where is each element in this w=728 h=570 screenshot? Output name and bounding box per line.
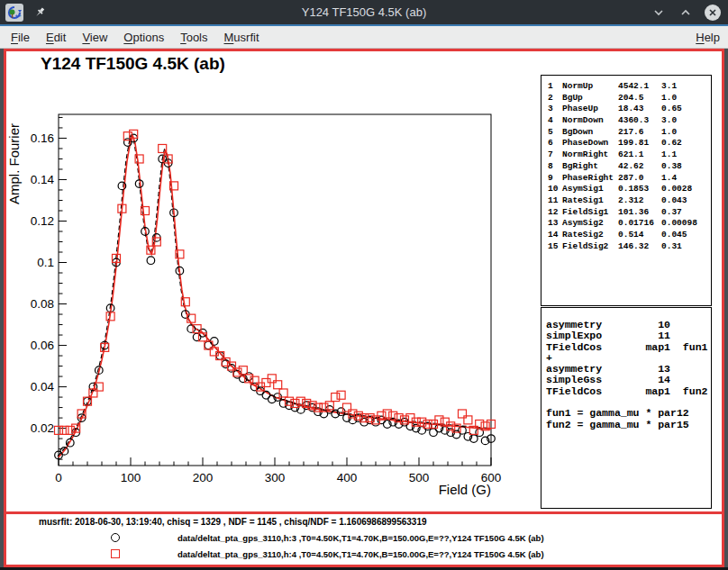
y-axis-title: Ampl. Fourier xyxy=(6,123,22,204)
data-point xyxy=(459,410,467,418)
y-tick-label: 0.16 xyxy=(31,131,54,145)
plot-title: Y124 TF150G 4.5K (ab) xyxy=(41,54,225,73)
legend-pane: musrfit: 2018-06-30, 13:19:40, chisq = 1… xyxy=(4,511,724,567)
x-tick-label: 100 xyxy=(121,471,141,484)
parameter-row: 1NormUp4542.13.1 xyxy=(548,81,711,93)
parameter-row: 2BgUp204.51.0 xyxy=(548,93,711,104)
theory-line: TFieldCos map1 fun2 xyxy=(546,386,711,397)
theory-line: TFieldCos map1 fun1 xyxy=(546,342,711,353)
plot-canvas[interactable]: 0.020.040.060.080.10.120.140.16010020030… xyxy=(4,49,724,511)
series-circle xyxy=(55,134,496,459)
data-point xyxy=(464,416,472,424)
menu-tools[interactable]: Tools xyxy=(172,26,215,49)
parameter-row: 3PhaseUp18.430.65 xyxy=(548,104,711,115)
parameter-row: 12FieldSig1101.360.37 xyxy=(548,207,711,219)
y-tick-label: 0.02 xyxy=(31,421,54,435)
parameter-row: 15FieldSig2146.320.31 xyxy=(548,241,711,253)
close-button[interactable] xyxy=(705,5,721,21)
app-window: ++ Y124 TF150G 4.5K (ab) xyxy=(0,0,728,570)
window-title: Y124 TF150G 4.5K (ab) xyxy=(0,5,728,19)
fit-h3 xyxy=(58,135,490,457)
parameter-row: 13AsymSig20.017160.00098 xyxy=(548,218,711,230)
data-point xyxy=(343,403,351,412)
y-tick-label: 0.08 xyxy=(31,297,54,311)
y-tick-label: 0.12 xyxy=(31,214,54,228)
titlebar[interactable]: ++ Y124 TF150G 4.5K (ab) xyxy=(0,0,728,24)
parameter-row: 14RateSig20.5140.045 xyxy=(548,230,711,241)
parameter-row: 11RateSig12.3120.043 xyxy=(548,195,711,207)
menu-edit[interactable]: Edit xyxy=(38,26,74,49)
canvas-area: 0.020.040.060.080.10.120.140.16010020030… xyxy=(4,49,724,567)
fit-status-line: musrfit: 2018-06-30, 13:19:40, chisq = 1… xyxy=(39,517,427,527)
minimize-button[interactable] xyxy=(651,5,667,21)
x-tick-label: 300 xyxy=(265,471,286,484)
parameter-row: 8BgRight42.620.38 xyxy=(548,161,711,173)
menu-help[interactable]: Help xyxy=(687,26,728,49)
legend-marker-circle xyxy=(111,533,120,542)
theory-line: simplExpo 11 xyxy=(546,330,711,341)
parameter-row: 4NormDown4360.33.0 xyxy=(548,115,711,127)
menu-musrfit[interactable]: Musrfit xyxy=(216,26,268,49)
data-point xyxy=(332,394,340,402)
parameter-row: 10AsymSig10.18530.0028 xyxy=(548,184,711,195)
x-tick-label: 400 xyxy=(337,471,358,484)
maximize-button[interactable] xyxy=(678,5,694,21)
theory-line: simpleGss 14 xyxy=(546,375,711,385)
data-point xyxy=(60,426,68,434)
parameter-row: 6PhaseDown199.810.62 xyxy=(548,138,711,149)
parameter-row: 5BgDown217.61.0 xyxy=(548,127,711,139)
data-point xyxy=(187,325,196,333)
legend-entry-label: data/deltat_pta_gps_3110,h:4 ,T0=4.50K,T… xyxy=(177,549,544,559)
data-point xyxy=(383,410,391,418)
legend-marker-square xyxy=(111,549,120,558)
menu-options[interactable]: Options xyxy=(115,26,172,49)
plot-frame xyxy=(59,114,491,466)
menubar: File Edit View Options Tools Musrfit Hel… xyxy=(0,26,728,49)
x-tick-label: 500 xyxy=(409,471,430,484)
y-tick-label: 0.14 xyxy=(31,173,55,186)
x-tick-label: 200 xyxy=(193,471,214,484)
fit-parameters-box[interactable]: 1NormUp4542.13.12BgUp204.51.03PhaseUp18.… xyxy=(541,75,712,306)
x-tick-label: 0 xyxy=(55,471,62,484)
menu-view[interactable]: View xyxy=(74,26,115,49)
menu-file[interactable]: File xyxy=(3,26,38,49)
theory-line: fun1 = gamma_mu * par12 xyxy=(546,408,711,419)
legend-entry-label: data/deltat_pta_gps_3110,h:3 ,T0=4.50K,T… xyxy=(177,533,544,543)
series-square xyxy=(55,130,496,434)
parameter-row: 7NormRight621.11.1 xyxy=(548,149,711,161)
theory-line: fun2 = gamma_mu * par15 xyxy=(546,420,711,430)
parameter-row: 9PhaseRight287.01.4 xyxy=(548,173,711,185)
y-tick-label: 0.04 xyxy=(31,380,55,394)
data-point xyxy=(147,257,155,265)
y-tick-label: 0.1 xyxy=(37,256,54,269)
data-point xyxy=(274,381,282,389)
data-point xyxy=(279,389,287,397)
y-tick-label: 0.06 xyxy=(31,339,54,352)
data-point xyxy=(476,429,484,437)
theory-box[interactable]: asymmetry 10simplExpo 11TFieldCos map1 f… xyxy=(541,307,712,509)
data-point xyxy=(337,391,345,399)
data-point xyxy=(459,427,467,435)
x-axis-title: Field (G) xyxy=(439,482,491,497)
